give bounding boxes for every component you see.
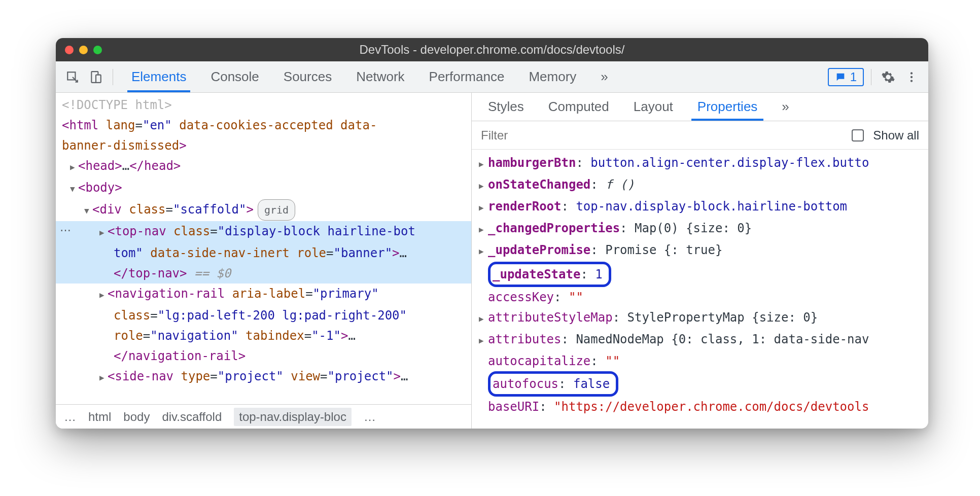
tabs-overflow[interactable]: » [589, 61, 619, 92]
sidebar-panel: Styles Computed Layout Properties » Show… [472, 93, 928, 429]
filter-input[interactable] [481, 128, 843, 143]
breadcrumb-ellipsis[interactable]: … [64, 410, 76, 424]
dom-scaffold[interactable]: ▼<div class="scaffold">grid [56, 199, 471, 221]
traffic-lights [65, 46, 102, 54]
minimize-window-button[interactable] [79, 46, 88, 54]
subtab-computed[interactable]: Computed [537, 93, 620, 121]
main-tabs: Elements Console Sources Network Perform… [120, 61, 619, 92]
tab-performance[interactable]: Performance [418, 61, 516, 92]
subtab-properties[interactable]: Properties [686, 93, 769, 121]
show-all-checkbox[interactable] [852, 129, 864, 141]
property-row[interactable]: ▶attributes: NamedNodeMap {0: class, 1: … [472, 329, 928, 351]
subtab-styles[interactable]: Styles [477, 93, 535, 121]
subtabs-overflow[interactable]: » [771, 93, 800, 121]
properties-list[interactable]: ▶hamburgerBtn: button.align-center.displ… [472, 150, 928, 429]
close-window-button[interactable] [65, 46, 74, 54]
property-row[interactable]: accessKey: "" [472, 287, 928, 307]
dom-head[interactable]: ▶<head>…</head> [56, 156, 471, 178]
dom-navrail-2[interactable]: class="lg:pad-left-200 lg:pad-right-200" [56, 305, 471, 326]
dom-html-open[interactable]: <html lang="en" data-cookies-accepted da… [56, 115, 471, 135]
property-row[interactable]: ▶renderRoot: top-nav.display-block.hairl… [472, 196, 928, 218]
svg-point-4 [911, 76, 913, 78]
message-icon [835, 72, 846, 83]
property-row[interactable]: ▶_changedProperties: Map(0) {size: 0} [472, 218, 928, 240]
svg-rect-2 [96, 75, 101, 82]
dom-navrail[interactable]: ▶<navigation-rail aria-label="primary" [56, 284, 471, 305]
property-row[interactable]: autocapitalize: "" [472, 351, 928, 371]
sidebar-tabs: Styles Computed Layout Properties » [472, 93, 928, 121]
property-row[interactable]: _updateState: 1 [472, 262, 928, 287]
tab-network[interactable]: Network [345, 61, 415, 92]
selection-marker: ⋯ [60, 224, 71, 237]
breadcrumb: … html body div.scaffold top-nav.display… [56, 404, 471, 429]
svg-point-3 [911, 72, 913, 74]
inspect-element-icon[interactable] [63, 67, 82, 87]
issues-count: 1 [850, 70, 857, 84]
dom-topnav-2[interactable]: tom" data-side-nav-inert role="banner">… [56, 243, 471, 263]
breadcrumb-scaffold[interactable]: div.scaffold [162, 410, 222, 424]
settings-icon[interactable] [879, 67, 898, 87]
tab-memory[interactable]: Memory [517, 61, 587, 92]
dom-topnav[interactable]: ▶<top-nav class="display-block hairline-… [56, 221, 471, 243]
breadcrumb-body[interactable]: body [123, 410, 150, 424]
content-area: ⋯ <!DOCTYPE html> <html lang="en" data-c… [56, 93, 928, 429]
breadcrumb-topnav[interactable]: top-nav.display-bloc [234, 408, 352, 426]
tab-sources[interactable]: Sources [272, 61, 343, 92]
kebab-menu-icon[interactable] [902, 67, 921, 87]
breadcrumb-html[interactable]: html [88, 410, 111, 424]
device-toolbar-icon[interactable] [86, 67, 106, 87]
show-all-label: Show all [873, 128, 919, 143]
separator [871, 69, 871, 85]
property-row[interactable]: ▶hamburgerBtn: button.align-center.displ… [472, 153, 928, 174]
property-row[interactable]: ▶onStateChanged: f () [472, 174, 928, 196]
dom-navrail-3[interactable]: role="navigation" tabindex="-1">… [56, 326, 471, 346]
window-title: DevTools - developer.chrome.com/docs/dev… [56, 43, 928, 57]
dom-doctype[interactable]: <!DOCTYPE html> [56, 95, 471, 115]
subtab-layout[interactable]: Layout [622, 93, 684, 121]
tab-console[interactable]: Console [199, 61, 270, 92]
grid-badge[interactable]: grid [258, 199, 295, 221]
property-row[interactable]: baseURI: "https://developer.chrome.com/d… [472, 397, 928, 417]
tab-elements[interactable]: Elements [120, 61, 197, 92]
dom-panel: ⋯ <!DOCTYPE html> <html lang="en" data-c… [56, 93, 472, 429]
filter-row: Show all [472, 121, 928, 150]
dom-navrail-close[interactable]: </navigation-rail> [56, 346, 471, 366]
maximize-window-button[interactable] [93, 46, 102, 54]
dom-html-open-2[interactable]: banner-dismissed> [56, 135, 471, 156]
property-row[interactable]: ▶attributeStyleMap: StylePropertyMap {si… [472, 307, 928, 329]
devtools-window: DevTools - developer.chrome.com/docs/dev… [56, 38, 928, 429]
property-row[interactable]: autofocus: false [472, 371, 928, 397]
dom-body[interactable]: ▼<body> [56, 178, 471, 199]
property-row[interactable]: ▶_updatePromise: Promise {: true} [472, 240, 928, 262]
dom-topnav-close[interactable]: </top-nav> == $0 [56, 263, 471, 284]
svg-point-5 [911, 80, 913, 82]
issues-button[interactable]: 1 [828, 68, 864, 86]
titlebar: DevTools - developer.chrome.com/docs/dev… [56, 38, 928, 61]
dom-sidenav[interactable]: ▶<side-nav type="project" view="project"… [56, 366, 471, 388]
breadcrumb-more[interactable]: … [364, 410, 376, 424]
dom-tree[interactable]: <!DOCTYPE html> <html lang="en" data-coo… [56, 93, 471, 404]
separator [113, 69, 113, 85]
main-toolbar: Elements Console Sources Network Perform… [56, 61, 928, 93]
